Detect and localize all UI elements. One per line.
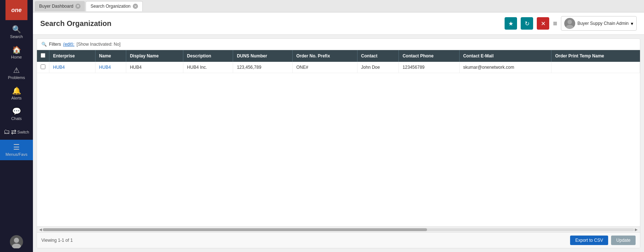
menus-icon: ☰ xyxy=(13,143,20,151)
col-duns-number: DUNS Number xyxy=(233,50,292,62)
logo-text: one xyxy=(11,7,22,14)
close-icon: ✕ xyxy=(541,20,546,27)
scrollbar-thumb[interactable] xyxy=(43,228,427,231)
cell-duns-number: 123,456,789 xyxy=(233,62,292,73)
svg-point-3 xyxy=(566,25,573,29)
footer-buttons: Export to CSV Update xyxy=(570,236,636,245)
sidebar: one 🔍 Search 🏠 Home ⚠ Problems 🔔 Alerts … xyxy=(0,0,33,252)
search-icon: 🔍 xyxy=(12,26,21,33)
sidebar-label-problems: Problems xyxy=(8,75,25,80)
star-button[interactable]: ★ xyxy=(505,17,517,30)
table-container[interactable]: Enterprise Name Display Name Description… xyxy=(37,50,640,226)
select-all-header[interactable] xyxy=(37,50,49,62)
refresh-icon: ↻ xyxy=(525,20,529,27)
sidebar-item-search[interactable]: 🔍 Search xyxy=(0,22,33,42)
col-contact-email: Contact E-Mail xyxy=(459,50,551,62)
table-row: HUB4 HUB4 HUB4 HUB4 Inc. 123,456,789 ONE… xyxy=(37,62,640,73)
home-icon: 🏠 xyxy=(12,46,21,53)
table-footer: Viewing 1-1 of 1 Export to CSV Update xyxy=(37,232,640,248)
col-description: Description xyxy=(183,50,233,62)
hamburger-icon: ≡ xyxy=(553,19,557,27)
enterprise-link[interactable]: HUB4 xyxy=(53,65,65,70)
col-name: Name xyxy=(95,50,126,62)
filter-icon: 🔍 xyxy=(41,42,47,47)
tab-buyer-dashboard-close[interactable]: ✕ xyxy=(75,4,80,9)
cell-order-print xyxy=(551,62,640,73)
export-csv-button[interactable]: Export to CSV xyxy=(570,236,608,245)
content-area: 🔍 Filters (edit): [Show Inactivated: No]… xyxy=(37,38,640,248)
close-button[interactable]: ✕ xyxy=(537,17,549,30)
chats-icon: 💬 xyxy=(12,108,21,115)
switch-box-icon: 🗂 xyxy=(4,128,10,136)
switch-arrows-icon: ⇄ xyxy=(11,128,16,136)
star-icon: ★ xyxy=(508,20,513,27)
horizontal-scrollbar[interactable]: ◀ ▶ xyxy=(37,226,640,232)
col-order-print: Order Print Temp Name xyxy=(551,50,640,62)
tab-search-org-label: Search Organization xyxy=(90,4,130,9)
sidebar-label-menus: Menus/Favs xyxy=(5,152,27,157)
tab-bar: Buyer Dashboard ✕ Search Organization ✕ xyxy=(33,0,644,12)
header-toolbar: ★ ↻ ✕ ≡ Buyer Suppy Chain Admin ▾ xyxy=(505,16,637,31)
select-all-checkbox[interactable] xyxy=(41,53,45,58)
filters-bar: 🔍 Filters (edit): [Show Inactivated: No] xyxy=(37,39,640,50)
name-link[interactable]: HUB4 xyxy=(99,65,111,70)
sidebar-label-alerts: Alerts xyxy=(11,96,22,100)
sidebar-label-search: Search xyxy=(10,34,23,39)
user-dropdown[interactable]: Buyer Suppy Chain Admin ▾ xyxy=(561,16,637,31)
cell-contact: John Doe xyxy=(357,62,398,73)
update-button[interactable]: Update xyxy=(611,236,636,245)
sidebar-item-avatar[interactable] xyxy=(0,232,33,252)
filters-edit-link[interactable]: (edit): xyxy=(63,42,75,47)
row-checkbox[interactable] xyxy=(41,64,45,69)
svg-point-1 xyxy=(12,244,21,248)
hamburger-button[interactable]: ≡ xyxy=(553,19,557,28)
cell-display-name: HUB4 xyxy=(126,62,183,73)
tab-search-org-close[interactable]: ✕ xyxy=(133,4,138,9)
avatar xyxy=(564,18,575,29)
refresh-button[interactable]: ↻ xyxy=(521,17,533,30)
sidebar-item-home[interactable]: 🏠 Home xyxy=(0,42,33,63)
alerts-icon: 🔔 xyxy=(12,87,21,94)
scroll-right-arrow[interactable]: ▶ xyxy=(634,227,639,232)
filters-label: Filters xyxy=(49,42,61,47)
col-contact: Contact xyxy=(357,50,398,62)
cell-order-no-prefix: ONE# xyxy=(292,62,357,73)
sidebar-label-switch: Switch xyxy=(17,130,29,134)
sidebar-item-menus[interactable]: ☰ Menus/Favs xyxy=(0,140,33,160)
cell-contact-phone: 123456789 xyxy=(399,62,460,73)
sidebar-item-problems[interactable]: ⚠ Problems xyxy=(0,63,33,83)
tab-buyer-dashboard-label: Buyer Dashboard xyxy=(39,4,73,9)
filters-value: [Show Inactivated: No] xyxy=(76,42,120,47)
scroll-left-arrow[interactable]: ◀ xyxy=(38,227,43,232)
svg-point-0 xyxy=(14,238,19,243)
scrollbar-track[interactable] xyxy=(43,228,634,231)
sidebar-item-switch[interactable]: 🗂 ⇄ Switch xyxy=(0,124,33,140)
cell-description: HUB4 Inc. xyxy=(183,62,233,73)
organization-table: Enterprise Name Display Name Description… xyxy=(37,50,640,73)
tab-buyer-dashboard[interactable]: Buyer Dashboard ✕ xyxy=(35,1,85,11)
col-order-no-prefix: Order No. Prefix xyxy=(292,50,357,62)
cell-name: HUB4 xyxy=(95,62,126,73)
page-title: Search Organization xyxy=(40,19,112,28)
user-name: Buyer Suppy Chain Admin xyxy=(577,21,629,26)
sidebar-item-chats[interactable]: 💬 Chats xyxy=(0,104,33,124)
app-logo[interactable]: one xyxy=(5,0,27,20)
problems-icon: ⚠ xyxy=(13,67,20,74)
main-area: Buyer Dashboard ✕ Search Organization ✕ … xyxy=(33,0,644,252)
col-display-name: Display Name xyxy=(126,50,183,62)
sidebar-label-chats: Chats xyxy=(11,116,22,121)
svg-point-2 xyxy=(568,20,572,24)
cell-enterprise: HUB4 xyxy=(49,62,96,73)
sidebar-item-alerts[interactable]: 🔔 Alerts xyxy=(0,83,33,104)
tab-search-org[interactable]: Search Organization ✕ xyxy=(86,1,142,11)
row-checkbox-cell[interactable] xyxy=(37,62,49,73)
cell-contact-email: skumar@onenetwork.com xyxy=(459,62,551,73)
dropdown-arrow-icon: ▾ xyxy=(631,21,633,26)
table-header-row: Enterprise Name Display Name Description… xyxy=(37,50,640,62)
col-contact-phone: Contact Phone xyxy=(399,50,460,62)
sidebar-label-home: Home xyxy=(11,55,22,59)
viewing-count: Viewing 1-1 of 1 xyxy=(41,238,73,243)
page-header: Search Organization ★ ↻ ✕ ≡ Buyer Suppy … xyxy=(33,12,644,35)
col-enterprise: Enterprise xyxy=(49,50,96,62)
